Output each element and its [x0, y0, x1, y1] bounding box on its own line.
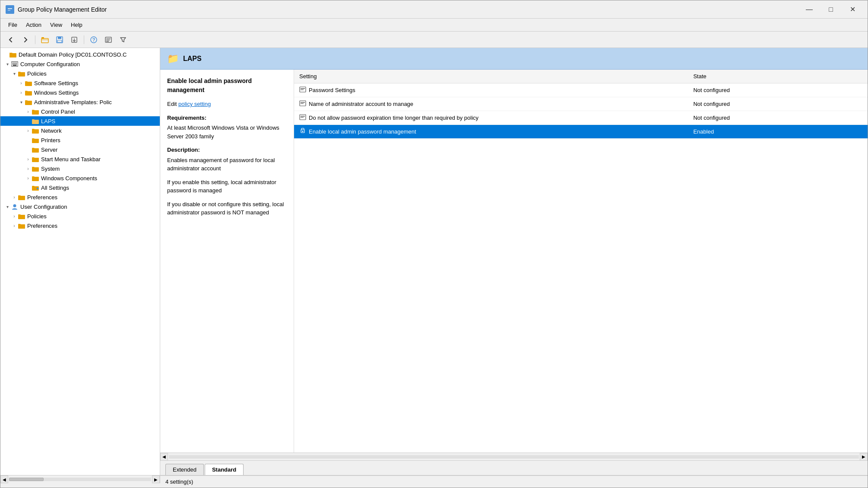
setting-name-cell-1: Password Settings: [294, 83, 688, 97]
properties-button[interactable]: [101, 34, 115, 46]
tree-item-network[interactable]: › Network: [0, 126, 160, 135]
setting-name-4: Enable local admin password management: [309, 128, 416, 135]
control-panel-icon: [32, 108, 39, 115]
windows-components-expander: ›: [25, 175, 32, 182]
tree-hscroll-track[interactable]: [9, 478, 151, 481]
hscroll-right[interactable]: ▶: [860, 453, 868, 461]
back-button[interactable]: [4, 34, 18, 46]
filter-button[interactable]: [116, 34, 130, 46]
svg-point-34: [13, 204, 16, 207]
tree-item-server[interactable]: Server: [0, 145, 160, 154]
tree-item-system[interactable]: › System: [0, 164, 160, 173]
description-body3: If you disable or not configure this set…: [167, 200, 287, 217]
tab-extended[interactable]: Extended: [165, 464, 204, 475]
tree-item-windows-components[interactable]: › Windows Components: [0, 173, 160, 183]
tree-item-laps[interactable]: LAPS: [0, 116, 160, 126]
detail-header-title: LAPS: [183, 55, 202, 63]
hscroll-left[interactable]: ◀: [160, 453, 168, 461]
svg-rect-35: [18, 215, 25, 219]
tree-hscroll-thumb[interactable]: [9, 478, 44, 481]
control-panel-label: Control Panel: [41, 108, 75, 115]
menu-action[interactable]: Action: [22, 20, 46, 30]
menu-help[interactable]: Help: [67, 20, 87, 30]
svg-rect-12: [106, 38, 111, 39]
help-button[interactable]: ?: [87, 34, 101, 46]
bottom-bar: ◀ ▶ 4 setting(s): [0, 475, 868, 488]
window-title: Group Policy Management Editor: [18, 6, 107, 13]
tab-standard[interactable]: Standard: [205, 464, 244, 475]
tree-root-node[interactable]: Default Domain Policy [DC01.CONTOSO.C: [0, 50, 160, 59]
table-row-selected[interactable]: Enable local admin password management E…: [294, 125, 868, 139]
tree-item-admin-templates[interactable]: ▾ Administrative Templates: Polic: [0, 97, 160, 107]
status-text: 4 setting(s): [165, 478, 193, 485]
policy-link[interactable]: policy setting: [178, 101, 211, 107]
detail-content: Enable local admin password management E…: [160, 70, 868, 453]
save-button[interactable]: [53, 34, 67, 46]
network-label: Network: [41, 128, 62, 134]
svg-rect-24: [32, 120, 39, 124]
close-button[interactable]: ✕: [843, 3, 862, 16]
table-row[interactable]: Name of administrator account to manage …: [294, 97, 868, 111]
tree-hscroll[interactable]: ◀ ▶: [0, 475, 160, 483]
admin-templates-icon: [25, 99, 32, 105]
tree-item-control-panel[interactable]: › Control Panel: [0, 107, 160, 116]
software-settings-label: Software Settings: [34, 80, 78, 86]
edit-prefix: Edit: [167, 101, 178, 107]
detail-hscrollbar[interactable]: ◀ ▶: [160, 453, 868, 460]
settings-table-panel: Setting State: [294, 70, 868, 453]
tree-item-software-settings[interactable]: › Software Settings: [0, 78, 160, 88]
setting-icon-2: [299, 100, 306, 108]
setting-state-4: Enabled: [688, 125, 868, 139]
description-panel: Enable local admin password management E…: [160, 70, 294, 453]
admin-templates-label: Administrative Templates: Polic: [34, 99, 112, 105]
menu-file[interactable]: File: [4, 20, 22, 30]
detail-header-icon: 📁: [167, 53, 179, 64]
computer-config-label: Computer Configuration: [20, 61, 80, 67]
root-expander: [2, 51, 9, 58]
tree-item-preferences-cc[interactable]: › Preferences: [0, 192, 160, 202]
policies-uc-icon: [18, 213, 25, 220]
maximize-button[interactable]: □: [821, 3, 841, 16]
svg-rect-0: [7, 7, 13, 12]
menu-bar: File Action View Help: [0, 19, 868, 32]
tree-item-policies-cc[interactable]: ▾ Policies: [0, 69, 160, 78]
description-body2: If you enable this setting, local admini…: [167, 178, 287, 195]
toolbar: ?: [0, 32, 868, 48]
export-button[interactable]: [67, 34, 81, 46]
tree-item-preferences-uc[interactable]: › Preferences: [0, 221, 160, 230]
table-row[interactable]: Password Settings Not configured: [294, 83, 868, 97]
hscroll-track[interactable]: [169, 455, 859, 459]
policies-cc-label: Policies: [27, 70, 47, 77]
software-settings-expander: ›: [18, 80, 25, 86]
tree-hscroll-right[interactable]: ▶: [152, 475, 160, 483]
root-icon: [9, 51, 17, 58]
tree-item-computer-config[interactable]: ▾ Computer Configuration: [0, 59, 160, 69]
tree-item-user-config[interactable]: ▾ User Configuration: [0, 202, 160, 211]
svg-rect-32: [37, 188, 38, 189]
status-bar: 4 setting(s): [160, 475, 868, 488]
menu-view[interactable]: View: [46, 20, 67, 30]
app-icon: [6, 5, 14, 14]
svg-rect-26: [32, 139, 39, 143]
tree-item-windows-settings[interactable]: › Windows Settings: [0, 88, 160, 97]
svg-rect-21: [25, 91, 32, 96]
browse-button[interactable]: [38, 34, 52, 46]
tree-item-printers[interactable]: Printers: [0, 135, 160, 145]
svg-rect-1: [8, 8, 12, 9]
svg-rect-19: [18, 72, 25, 77]
minimize-button[interactable]: —: [799, 3, 819, 16]
setting-name-cell-2: Name of administrator account to manage: [294, 97, 688, 111]
setting-icon-1: [299, 86, 306, 94]
svg-rect-33: [18, 196, 25, 200]
svg-rect-28: [32, 158, 39, 162]
tree-item-policies-uc[interactable]: › Policies: [0, 211, 160, 221]
forward-button[interactable]: [19, 34, 32, 46]
table-row[interactable]: Do not allow password expiration time lo…: [294, 111, 868, 125]
tree-item-start-menu[interactable]: › Start Menu and Taskbar: [0, 154, 160, 164]
tree-hscroll-left[interactable]: ◀: [0, 475, 8, 483]
server-expander: [25, 146, 32, 153]
svg-rect-36: [18, 224, 25, 229]
svg-point-47: [302, 131, 304, 132]
tree-item-all-settings[interactable]: All Settings: [0, 183, 160, 192]
edit-policy-line: Edit policy setting: [167, 100, 287, 108]
